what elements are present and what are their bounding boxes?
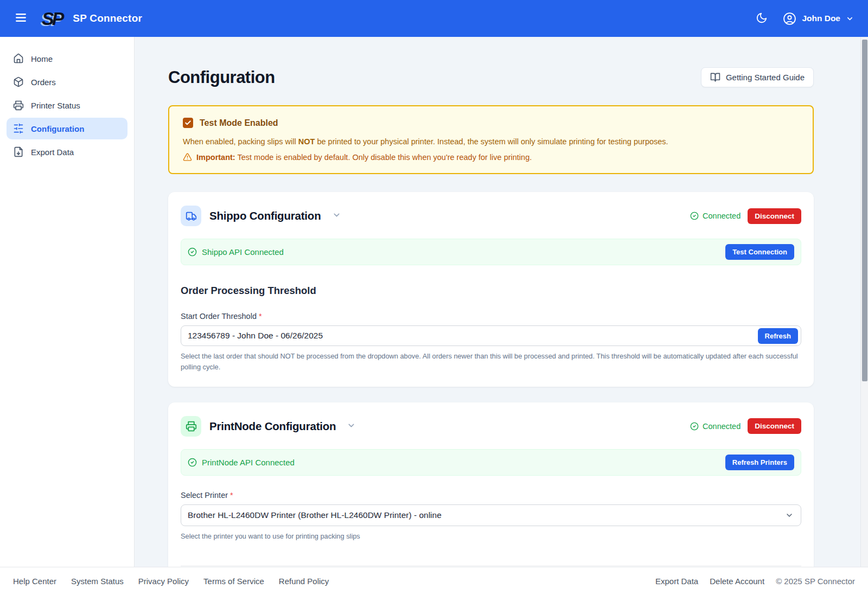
printer-select[interactable]: Brother HL-L2460DW Printer (Brother HL-L… <box>181 504 801 526</box>
getting-started-guide-button[interactable]: Getting Started Guide <box>701 67 814 87</box>
printnode-card-title: PrintNode Configuration <box>209 420 336 433</box>
warning-triangle-icon <box>183 152 192 162</box>
start-order-threshold-value: 123456789 - John Doe - 06/26/2025 <box>188 331 323 341</box>
logo-sp-mark: SP <box>42 8 65 29</box>
start-order-threshold-label: Start Order Threshold * <box>181 312 801 321</box>
shippo-api-banner: Shippo API Connected Test Connection <box>181 239 801 265</box>
guide-button-label: Getting Started Guide <box>726 73 805 82</box>
printnode-api-banner: PrintNode API Connected Refresh Printers <box>181 449 801 476</box>
printnode-api-status-text: PrintNode API Connected <box>202 458 295 467</box>
hamburger-icon <box>14 11 28 24</box>
printnode-printer-icon <box>181 416 201 437</box>
sidebar-item-home[interactable]: Home <box>7 48 127 69</box>
shippo-status-badge: Connected <box>690 212 741 220</box>
test-mode-title: Test Mode Enabled <box>200 118 278 128</box>
check-circle-icon <box>690 212 699 220</box>
footer-link-privacy-policy[interactable]: Privacy Policy <box>138 577 189 586</box>
start-order-threshold-helper: Select the last order that should NOT be… <box>181 351 801 373</box>
check-circle-icon <box>690 422 699 431</box>
sidebar-item-label: Home <box>31 54 53 63</box>
shippo-configuration-card: Shippo Configuration Connected Disconnec… <box>168 192 814 387</box>
sidebar-item-orders[interactable]: Orders <box>7 71 127 93</box>
footer-link-export-data[interactable]: Export Data <box>655 577 698 586</box>
menu-icon[interactable] <box>14 11 28 26</box>
user-menu[interactable]: John Doe <box>783 12 854 25</box>
shippo-disconnect-button[interactable]: Disconnect <box>748 208 801 224</box>
book-open-icon <box>710 72 720 82</box>
sidebar-item-configuration[interactable]: Configuration <box>7 118 127 139</box>
sidebar: Home Orders Printer Status Configuration… <box>0 37 135 567</box>
refresh-printers-button[interactable]: Refresh Printers <box>725 455 794 470</box>
chevron-down-icon <box>846 15 854 23</box>
footer-link-delete-account[interactable]: Delete Account <box>710 577 764 586</box>
page-title: Configuration <box>168 68 275 87</box>
printnode-disconnect-button[interactable]: Disconnect <box>748 418 801 434</box>
shippo-truck-icon <box>181 206 201 226</box>
vertical-scrollbar[interactable] <box>860 37 868 567</box>
printnode-configuration-card: PrintNode Configuration Connected Discon… <box>168 402 814 567</box>
sidebar-item-label: Configuration <box>31 124 84 133</box>
test-mode-description: When enabled, packing slips will NOT be … <box>183 136 799 148</box>
test-connection-button[interactable]: Test Connection <box>725 244 794 260</box>
check-circle-icon <box>188 247 197 257</box>
footer-link-help-center[interactable]: Help Center <box>13 577 56 586</box>
printnode-status-badge: Connected <box>690 422 741 431</box>
check-icon <box>184 119 192 126</box>
app-title: SP Connector <box>73 12 142 24</box>
sidebar-item-label: Printer Status <box>31 101 80 110</box>
copyright-text: © 2025 SP Connector <box>776 577 855 586</box>
sidebar-item-printer-status[interactable]: Printer Status <box>7 94 127 116</box>
dark-mode-toggle[interactable] <box>756 12 768 25</box>
start-order-threshold-select[interactable]: 123456789 - John Doe - 06/26/2025 Refres… <box>181 325 801 346</box>
footer-link-refund-policy[interactable]: Refund Policy <box>279 577 329 586</box>
sidebar-item-label: Export Data <box>31 148 74 157</box>
user-avatar-icon <box>783 12 796 25</box>
user-name: John Doe <box>802 14 840 23</box>
package-icon <box>13 76 24 87</box>
printnode-collapse-chevron-icon[interactable] <box>347 421 356 432</box>
app-header: SP SP Connector John Doe <box>0 0 868 37</box>
shippo-card-title: Shippo Configuration <box>209 209 321 222</box>
order-processing-threshold-title: Order Processing Threshold <box>181 285 801 297</box>
printer-icon <box>13 100 24 111</box>
refresh-button[interactable]: Refresh <box>758 328 798 344</box>
sidebar-item-export-data[interactable]: Export Data <box>7 141 127 163</box>
main-content: Configuration Getting Started Guide <box>135 37 868 567</box>
moon-icon <box>756 12 768 24</box>
check-circle-icon <box>188 458 197 467</box>
file-export-icon <box>13 146 24 157</box>
printer-select-helper: Select the printer you want to use for p… <box>181 531 801 542</box>
chevron-down-icon <box>785 511 798 520</box>
test-mode-checkbox[interactable] <box>183 118 193 128</box>
printer-select-value: Brother HL-L2460DW Printer (Brother HL-L… <box>188 510 442 520</box>
shippo-api-status-text: Shippo API Connected <box>202 247 284 257</box>
shippo-collapse-chevron-icon[interactable] <box>332 210 341 221</box>
scrollbar-thumb[interactable] <box>862 40 867 381</box>
home-icon <box>13 53 24 64</box>
app-logo[interactable]: SP SP Connector <box>42 8 142 29</box>
footer-link-system-status[interactable]: System Status <box>71 577 124 586</box>
footer-link-terms-of-service[interactable]: Terms of Service <box>203 577 264 586</box>
app-footer: Help Center System Status Privacy Policy… <box>0 567 868 595</box>
sliders-icon <box>13 123 24 134</box>
select-printer-label: Select Printer * <box>181 491 801 500</box>
sidebar-item-label: Orders <box>31 78 56 87</box>
test-mode-important-note: Important: Test mode is enabled by defau… <box>183 152 799 162</box>
test-mode-panel: Test Mode Enabled When enabled, packing … <box>168 105 814 174</box>
